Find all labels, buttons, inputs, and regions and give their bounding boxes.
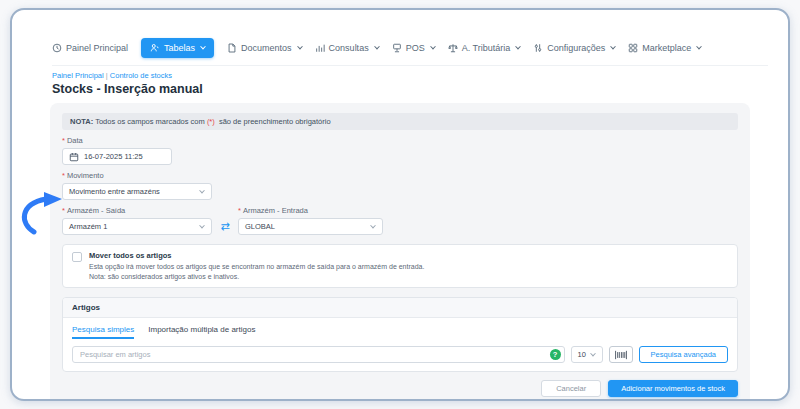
tables-icon [150, 43, 160, 53]
barcode-scan-button[interactable] [609, 346, 633, 363]
articles-title: Artigos [63, 298, 737, 318]
warehouse-row: *Armazém - Saída Armazém 1 ⇄ *Armazém - … [62, 200, 738, 235]
note-text-after: são de preenchimento obrigatório [217, 117, 331, 126]
articles-card: Artigos Pesquisa simples Importação múlt… [62, 297, 738, 372]
tab-pesquisa-simples[interactable]: Pesquisa simples [72, 325, 134, 339]
required-marker: * [62, 171, 65, 180]
chevron-down-icon [200, 44, 206, 50]
advanced-search-button[interactable]: Pesquisa avançada [639, 346, 728, 363]
chevron-down-icon [610, 44, 616, 50]
date-label: *Data [62, 136, 738, 145]
nav-item-configuracoes[interactable]: Configurações [533, 43, 615, 53]
breadcrumb-home[interactable]: Painel Principal [52, 71, 104, 80]
nav-label: Tabelas [164, 43, 195, 53]
required-fields-note: NOTA: Todos os campos marcados com (*) s… [62, 113, 738, 130]
calendar-icon [69, 152, 79, 162]
date-input[interactable]: 16-07-2025 11:25 [62, 148, 172, 165]
tax-icon [448, 43, 458, 53]
required-marker: * [62, 206, 65, 215]
page-size-select[interactable]: 10 [571, 346, 603, 363]
required-marker: * [62, 136, 65, 145]
move-all-title: Mover todos os artigos [89, 251, 424, 260]
tab-importacao-multipla[interactable]: Importação múltipla de artigos [148, 325, 255, 339]
barcode-icon [614, 350, 628, 360]
nav-label: Documentos [241, 43, 292, 53]
chevron-down-icon [199, 187, 205, 193]
breadcrumb-separator: | [106, 71, 108, 80]
chevron-down-icon [590, 350, 596, 356]
app-window: Painel Principal Tabelas Documentos Cons… [10, 8, 790, 401]
cancel-button[interactable]: Cancelar [541, 380, 601, 397]
pos-icon [392, 43, 402, 53]
swap-warehouses-icon[interactable]: ⇄ [212, 218, 238, 235]
marketplace-icon [628, 43, 638, 53]
page-title: Stocks - Inserção manual [52, 82, 788, 96]
move-all-checkbox[interactable] [72, 252, 82, 262]
nav-item-painel-principal[interactable]: Painel Principal [52, 43, 128, 53]
dashboard-icon [52, 43, 62, 53]
nav-label: A. Tributária [462, 43, 511, 53]
breadcrumb: Painel Principal | Controlo de stocks [52, 71, 788, 80]
search-help-badge[interactable]: ? [550, 349, 561, 360]
movement-label-text: Movimento [67, 171, 104, 180]
nav-label: Consultas [329, 43, 369, 53]
articles-search-row: ? 10 Pesquisa avançada [72, 346, 728, 363]
add-stock-movements-button[interactable]: Adicionar movimentos de stock [608, 380, 738, 397]
move-all-description-text: Esta opção irá mover todos os artigos qu… [89, 263, 424, 270]
settings-icon [533, 43, 543, 53]
form-actions: Cancelar Adicionar movimentos de stock [62, 380, 738, 397]
nav-item-tabelas[interactable]: Tabelas [141, 38, 214, 58]
nav-item-pos[interactable]: POS [392, 43, 435, 53]
chevron-down-icon [370, 222, 376, 228]
nav-item-consultas[interactable]: Consultas [315, 43, 379, 53]
nav-item-a-tributaria[interactable]: A. Tributária [448, 43, 521, 53]
move-all-card: Mover todos os artigos Esta opção irá mo… [62, 244, 738, 288]
nav-label: Marketplace [642, 43, 691, 53]
note-required-marker: (*) [207, 117, 215, 126]
chevron-down-icon [430, 44, 436, 50]
reports-icon [315, 43, 325, 53]
move-all-description: Esta opção irá mover todos os artigos qu… [89, 262, 424, 281]
movement-label: *Movimento [62, 171, 738, 180]
warehouse-out-select[interactable]: Armazém 1 [62, 218, 212, 235]
note-text-before: Todos os campos marcados com [93, 117, 207, 126]
main-nav: Painel Principal Tabelas Documentos Cons… [52, 38, 768, 66]
chevron-down-icon [297, 44, 303, 50]
nav-label: Configurações [547, 43, 605, 53]
chevron-down-icon [199, 222, 205, 228]
chevron-down-icon [374, 44, 380, 50]
nav-item-documentos[interactable]: Documentos [227, 43, 302, 53]
move-all-note-text: Nota: são considerados artigos ativos e … [89, 273, 239, 280]
note-label: NOTA: [70, 117, 93, 126]
date-value: 16-07-2025 11:25 [84, 152, 143, 161]
documents-icon [227, 43, 237, 53]
required-marker: * [238, 206, 241, 215]
warehouse-out-label: *Armazém - Saída [62, 206, 212, 215]
stock-form-section: NOTA: Todos os campos marcados com (*) s… [50, 103, 750, 401]
breadcrumb-current[interactable]: Controlo de stocks [110, 71, 172, 80]
warehouse-out-value: Armazém 1 [69, 222, 107, 231]
page-size-value: 10 [578, 350, 586, 359]
articles-search-input[interactable] [72, 346, 565, 363]
movement-select[interactable]: Movimento entre armazéns [62, 183, 212, 200]
warehouse-in-label: *Armazém - Entrada [238, 206, 383, 215]
nav-item-marketplace[interactable]: Marketplace [628, 43, 701, 53]
date-label-text: Data [67, 136, 83, 145]
warehouse-in-label-text: Armazém - Entrada [243, 206, 308, 215]
chevron-down-icon [696, 44, 702, 50]
nav-label: POS [406, 43, 425, 53]
warehouse-in-value: GLOBAL [245, 222, 275, 231]
chevron-down-icon [515, 44, 521, 50]
nav-label: Painel Principal [66, 43, 128, 53]
warehouse-in-select[interactable]: GLOBAL [238, 218, 383, 235]
movement-value: Movimento entre armazéns [69, 187, 160, 196]
warehouse-out-label-text: Armazém - Saída [67, 206, 125, 215]
articles-tabs: Pesquisa simples Importação múltipla de … [72, 325, 728, 339]
